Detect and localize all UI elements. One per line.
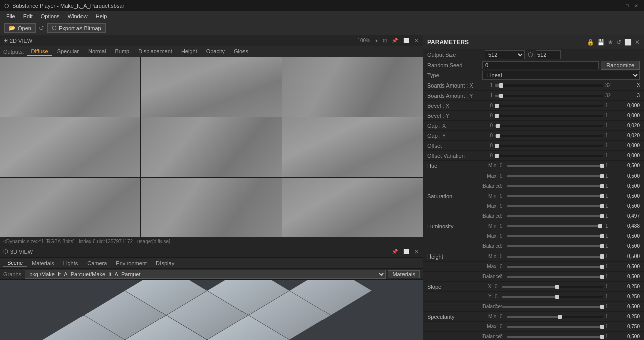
boards-x-row: Boards Amount : X 1 32 3 — [423, 80, 644, 91]
tab-environment[interactable]: Environment — [112, 260, 151, 267]
spec-max-slider[interactable] — [507, 326, 603, 328]
graphs-select[interactable]: pkg:/Make_It_A_Parquet/Make_It_A_Parquet — [25, 270, 386, 279]
boards-x-slider[interactable] — [495, 84, 603, 87]
menu-edit[interactable]: Edit — [19, 13, 37, 20]
bevel-x-max: 1 — [605, 103, 615, 108]
lock-icon[interactable]: 🔒 — [587, 39, 594, 46]
offset-var-controls: 0 1 0,000 — [482, 153, 640, 158]
view-3d-close[interactable]: ✕ — [413, 249, 420, 254]
offset-var-min: 0 — [482, 153, 493, 158]
tab-camera[interactable]: Camera — [83, 260, 111, 267]
hue-bal-slider[interactable] — [507, 185, 603, 187]
params-close[interactable]: ✕ — [635, 39, 640, 46]
view-2d-close[interactable]: ✕ — [413, 38, 420, 43]
randomize-button[interactable]: Randomize — [601, 61, 640, 70]
tab-display[interactable]: Display — [152, 260, 178, 267]
slope-x-controls: X: 0 1 0,250 — [482, 284, 640, 289]
spec-min-controls: Min: 0 1 0,250 — [482, 314, 640, 319]
materials-button[interactable]: Materials — [388, 270, 420, 278]
tab-scene[interactable]: Scene — [3, 259, 27, 267]
hue-min-slider[interactable] — [507, 165, 603, 167]
slope-bal-val: 0,500 — [617, 304, 640, 309]
view-3d-section: ⬡ 3D VIEW 📌 ⬜ ✕ Scene Materials Lights C… — [0, 246, 423, 340]
lum-min-slider[interactable] — [507, 225, 603, 227]
menu-options[interactable]: Options — [37, 13, 64, 20]
link-icon[interactable]: ⬡ — [528, 51, 533, 58]
tab-displacement[interactable]: Displacement — [134, 48, 176, 56]
height-max-slider[interactable] — [507, 266, 603, 268]
preset-icon[interactable]: ★ — [608, 39, 613, 46]
hue-max-max: 1 — [605, 173, 615, 179]
tab-diffuse[interactable]: Diffuse — [27, 48, 52, 56]
slope-group-label: Slope — [427, 284, 482, 290]
random-seed-input[interactable] — [482, 61, 599, 69]
bevel-x-slider[interactable] — [495, 105, 603, 107]
refresh-params-icon[interactable]: ↺ — [616, 39, 621, 46]
refresh-icon[interactable]: ↺ — [39, 24, 44, 32]
sat-bal-slider[interactable] — [507, 215, 603, 217]
app-icon: ⬡ — [4, 3, 9, 9]
params-maximize[interactable]: ⬜ — [624, 39, 632, 46]
tab-gloss[interactable]: Gloss — [230, 48, 252, 56]
slope-bal-slider[interactable] — [502, 306, 603, 308]
tab-lights[interactable]: Lights — [59, 260, 82, 267]
export-bitmap-button[interactable]: ⬡ Export as Bitmap — [47, 23, 106, 33]
offset-slider[interactable] — [495, 145, 603, 147]
sat-min-slider[interactable] — [507, 195, 603, 197]
hue-bal-zero: 0 — [500, 183, 505, 189]
tab-specular[interactable]: Specular — [53, 48, 83, 56]
lum-bal-row: Balance: 0 1 0,500 — [423, 241, 644, 251]
height-min-slider[interactable] — [507, 256, 603, 258]
slope-bal-controls: Balance: 0 1 0,500 — [482, 304, 640, 309]
open-button[interactable]: 📂 Open — [4, 23, 36, 33]
tab-normal[interactable]: Normal — [84, 48, 110, 56]
gap-y-slider[interactable] — [495, 135, 603, 137]
lum-bal-slider[interactable] — [507, 245, 603, 247]
tab-materials[interactable]: Materials — [28, 260, 58, 267]
close-button[interactable]: ✕ — [633, 2, 640, 9]
maximize-button[interactable]: □ — [624, 2, 631, 9]
sat-bal-controls: Balance: 0 1 0,497 — [482, 213, 640, 219]
slope-x-label: X: — [482, 284, 493, 289]
slope-y-slider[interactable] — [502, 296, 603, 298]
view-3d-maximize[interactable]: ⬜ — [401, 249, 411, 254]
view-2d-maximize[interactable]: ⬜ — [401, 38, 411, 43]
lum-max-slider[interactable] — [507, 235, 603, 237]
zoom-dropdown[interactable]: ▾ — [374, 38, 379, 43]
slope-x-slider[interactable] — [502, 286, 603, 288]
bevel-y-slider[interactable] — [495, 115, 603, 117]
sat-max-slider[interactable] — [507, 205, 603, 207]
boards-y-slider[interactable] — [495, 95, 603, 97]
slope-y-row: Y: 0 1 0,250 — [423, 292, 644, 302]
view-2d-pin[interactable]: 📌 — [390, 38, 399, 43]
fit-button[interactable]: ⊡ — [381, 38, 388, 43]
output-size-input[interactable] — [536, 50, 561, 59]
lum-max-row: Max: 0 1 0,500 — [423, 231, 644, 241]
height-bal-slider[interactable] — [507, 276, 603, 278]
spec-group-label: Specularity — [427, 314, 482, 320]
sat-max-row: Max: 0 1 0,500 — [423, 201, 644, 211]
hue-min-max: 1 — [605, 163, 615, 168]
view-3d-pin[interactable]: 📌 — [390, 249, 399, 254]
menu-help[interactable]: Help — [92, 13, 111, 20]
sat-min-controls: Min: 0 1 0,500 — [482, 193, 640, 199]
menu-file[interactable]: File — [2, 13, 19, 20]
spec-bal-slider[interactable] — [507, 336, 603, 338]
hue-max-slider[interactable] — [507, 175, 603, 177]
output-size-select[interactable]: 512 — [485, 50, 525, 59]
gap-x-slider[interactable] — [495, 125, 603, 127]
tab-bump[interactable]: Bump — [111, 48, 134, 56]
minimize-button[interactable]: ─ — [615, 2, 622, 9]
zoom-level: 100% — [356, 38, 372, 43]
slope-bal-row: Balance: 0 1 0,500 — [423, 302, 644, 312]
tab-height[interactable]: Height — [177, 48, 201, 56]
spec-min-slider[interactable] — [507, 316, 603, 318]
menu-window[interactable]: Window — [64, 13, 92, 20]
tab-opacity[interactable]: Opacity — [202, 48, 229, 56]
grid-cell-2 — [141, 57, 281, 117]
sat-max-val: 0,500 — [617, 203, 640, 209]
spec-min-row: Specularity Min: 0 1 0,250 — [423, 312, 644, 322]
type-select[interactable]: Lineal — [482, 71, 640, 80]
save-icon[interactable]: 💾 — [597, 39, 605, 46]
offset-var-slider[interactable] — [495, 155, 603, 157]
